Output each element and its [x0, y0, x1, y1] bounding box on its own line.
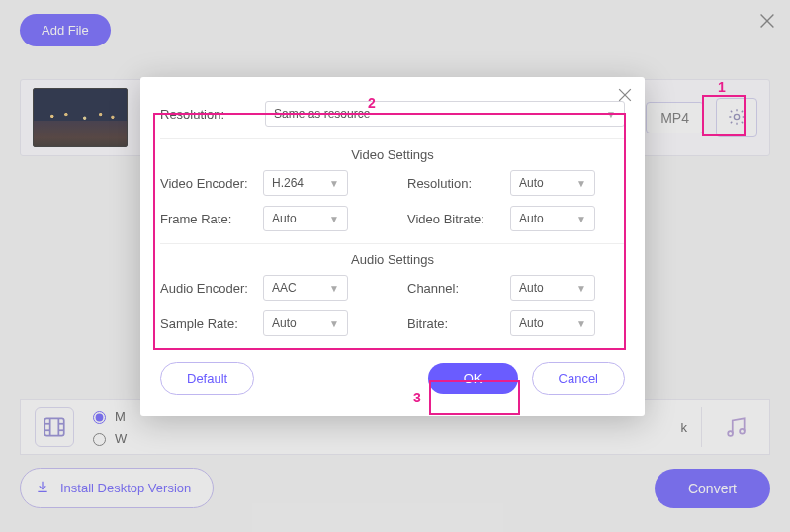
resolution-label: Resolution: [160, 107, 255, 122]
bitrate-label: Bitrate: [407, 316, 502, 331]
chevron-down-icon: ▼ [576, 214, 586, 224]
channel-select[interactable]: Auto▼ [510, 275, 595, 301]
audio-settings-title: Audio Settings [160, 243, 625, 267]
chevron-down-icon: ▼ [329, 214, 339, 224]
bitrate-select[interactable]: Auto▼ [510, 310, 595, 336]
video-bitrate-label: Video Bitrate: [407, 212, 502, 226]
audio-encoder-select[interactable]: AAC▼ [263, 275, 348, 301]
chevron-down-icon: ▼ [576, 283, 586, 294]
ok-button[interactable]: OK [428, 363, 518, 394]
chevron-down-icon: ▼ [576, 318, 586, 329]
chevron-down-icon: ▼ [329, 283, 339, 294]
chevron-down-icon: ▼ [329, 318, 339, 329]
frame-rate-label: Frame Rate: [160, 212, 255, 226]
channel-label: Channel: [407, 281, 502, 296]
frame-rate-select[interactable]: Auto▼ [263, 206, 348, 231]
video-settings-grid: Video Encoder: H.264▼ Resolution: Auto▼ … [160, 170, 625, 231]
video-encoder-select[interactable]: H.264▼ [263, 170, 348, 196]
chevron-down-icon: ▼ [576, 178, 586, 189]
resolution-row: Resolution: Same as resource ▼ [160, 101, 625, 127]
settings-dialog: Resolution: Same as resource ▼ Video Set… [140, 77, 645, 416]
audio-settings-grid: Audio Encoder: AAC▼ Channel: Auto▼ Sampl… [160, 275, 625, 336]
video-encoder-label: Video Encoder: [160, 176, 255, 191]
resolution2-select[interactable]: Auto▼ [510, 170, 595, 196]
cancel-button[interactable]: Cancel [532, 362, 625, 395]
sample-rate-label: Sample Rate: [160, 316, 255, 331]
audio-encoder-label: Audio Encoder: [160, 281, 255, 296]
default-button[interactable]: Default [160, 362, 254, 395]
chevron-down-icon: ▼ [329, 178, 339, 189]
video-settings-title: Video Settings [160, 138, 625, 162]
chevron-down-icon: ▼ [606, 109, 616, 120]
dialog-close-icon[interactable] [615, 85, 635, 108]
dialog-buttons: Default OK Cancel [160, 362, 625, 395]
sample-rate-select[interactable]: Auto▼ [263, 310, 348, 336]
resolution2-label: Resolution: [407, 176, 502, 191]
resolution-select[interactable]: Same as resource ▼ [265, 101, 625, 127]
video-bitrate-select[interactable]: Auto▼ [510, 206, 595, 231]
